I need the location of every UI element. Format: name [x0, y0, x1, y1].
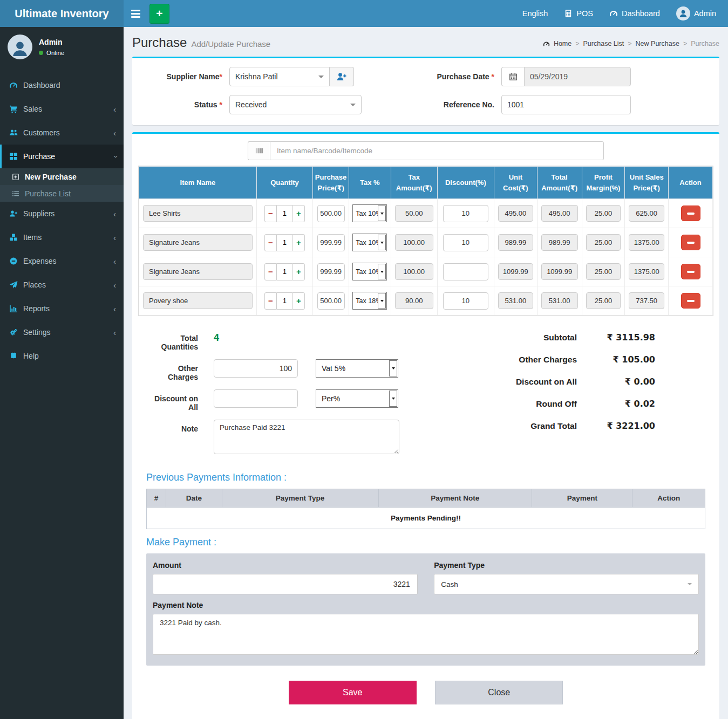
- sidebar-item-new-purchase[interactable]: New Purchase: [0, 168, 124, 185]
- reference-input[interactable]: [501, 95, 631, 114]
- items-table-header: Item Name Quantity Purchase Price(₹) Tax…: [139, 167, 713, 199]
- quantity-input[interactable]: [277, 205, 292, 222]
- sidebar-item-dashboard[interactable]: Dashboard: [0, 73, 124, 97]
- save-button[interactable]: Save: [289, 681, 417, 704]
- sidebar-item-customers[interactable]: Customers‹: [0, 121, 124, 145]
- sidebar-item-purchase[interactable]: Purchase‹: [0, 145, 124, 168]
- dashboard-link[interactable]: Dashboard: [609, 9, 660, 18]
- previous-payments-table: # Date Payment Type Payment Note Payment…: [146, 489, 705, 529]
- increase-quantity-button[interactable]: [292, 205, 305, 222]
- tax-select-value: Tax 10%: [356, 268, 378, 276]
- total-quantities-label: Total Quantities: [146, 329, 214, 351]
- plus-square-icon: [12, 173, 19, 181]
- chevron-down-icon: ‹: [111, 155, 119, 158]
- sidebar-item-expenses[interactable]: Expenses‹: [0, 249, 124, 273]
- quantity-input[interactable]: [277, 234, 292, 251]
- decrease-quantity-button[interactable]: [264, 234, 277, 251]
- decrease-quantity-button[interactable]: [264, 205, 277, 222]
- discount-input[interactable]: [443, 263, 489, 280]
- quantity-input[interactable]: [277, 292, 292, 310]
- payment-type-select[interactable]: Cash: [434, 574, 699, 594]
- tax-select[interactable]: Tax 18%: [352, 292, 387, 310]
- item-search-input[interactable]: [270, 141, 604, 160]
- tax-select[interactable]: Tax 10%: [352, 263, 387, 280]
- caret-down-icon: [318, 76, 324, 78]
- sidebar-item-label: Purchase List: [25, 189, 71, 198]
- quick-add-button[interactable]: +: [149, 4, 169, 24]
- col-unit-cost: Unit Cost(₹): [494, 167, 537, 199]
- pos-label: POS: [576, 9, 593, 18]
- discount-input[interactable]: [443, 234, 489, 251]
- increase-quantity-button[interactable]: [292, 263, 305, 280]
- amount-label: Amount: [153, 561, 418, 570]
- status-select[interactable]: Received: [229, 95, 362, 114]
- item-name-field: Signature Jeans: [143, 263, 253, 280]
- remove-item-button[interactable]: [681, 293, 700, 309]
- tax-select-value: Tax 10%: [356, 210, 378, 217]
- purchase-price-input[interactable]: [317, 205, 345, 222]
- calendar-addon[interactable]: [501, 67, 524, 86]
- close-button[interactable]: Close: [435, 681, 563, 704]
- barcode-addon: [248, 141, 270, 160]
- breadcrumb-current: Purchase: [691, 40, 719, 47]
- sidebar: Admin Online Dashboard Sales‹ Customers‹…: [0, 27, 124, 719]
- language-menu[interactable]: English: [522, 9, 548, 18]
- tax-select[interactable]: Tax 10%: [352, 234, 387, 251]
- round-off-label: Round Off: [536, 399, 577, 409]
- app-brand[interactable]: Ultimate Inventory: [0, 0, 124, 27]
- round-off-value: ₹ 0.02: [577, 399, 655, 409]
- remove-item-button[interactable]: [681, 235, 700, 250]
- increase-quantity-button[interactable]: [292, 234, 305, 251]
- add-supplier-button[interactable]: [330, 67, 354, 86]
- purchase-date-field[interactable]: 05/29/2019: [524, 67, 631, 86]
- amount-input[interactable]: [153, 574, 418, 594]
- col-payment-type: Payment Type: [222, 489, 378, 508]
- discount-input[interactable]: [443, 292, 489, 310]
- sidebar-item-help[interactable]: Help: [0, 344, 124, 368]
- chevron-left-icon: ‹: [113, 328, 116, 337]
- quantity-input[interactable]: [277, 263, 292, 280]
- increase-quantity-button[interactable]: [292, 292, 305, 310]
- chevron-left-icon: ‹: [113, 257, 116, 265]
- sidebar-toggle-button[interactable]: [124, 0, 147, 27]
- breadcrumb-new-purchase[interactable]: New Purchase: [636, 40, 679, 47]
- decrease-quantity-button[interactable]: [264, 292, 277, 310]
- other-charges-input[interactable]: [214, 359, 298, 378]
- sidebar-item-places[interactable]: Places‹: [0, 273, 124, 297]
- user-menu[interactable]: Admin: [676, 6, 716, 20]
- chevron-left-icon: ‹: [113, 281, 116, 289]
- decrease-quantity-button[interactable]: [264, 263, 277, 280]
- discount-input[interactable]: [443, 205, 489, 222]
- profit-margin-field: 25.00: [586, 292, 621, 309]
- tax-select[interactable]: Tax 10%: [352, 204, 387, 222]
- breadcrumb-home[interactable]: Home: [554, 40, 571, 47]
- sidebar-item-label: Help: [23, 352, 39, 360]
- col-item-name: Item Name: [139, 167, 257, 199]
- other-charges-type-select[interactable]: Vat 5%: [316, 359, 398, 378]
- sidebar-item-suppliers[interactable]: Suppliers‹: [0, 202, 124, 225]
- remove-item-button[interactable]: [681, 264, 700, 279]
- purchase-price-input[interactable]: [317, 263, 345, 280]
- sidebar-item-settings[interactable]: Settings‹: [0, 320, 124, 344]
- payment-note-textarea[interactable]: 3221 Paid by cash.: [153, 614, 699, 655]
- sidebar-item-sales[interactable]: Sales‹: [0, 97, 124, 121]
- breadcrumb-purchase-list[interactable]: Purchase List: [583, 40, 624, 47]
- remove-item-button[interactable]: [681, 206, 700, 221]
- chevron-left-icon: ‹: [113, 234, 116, 242]
- discount-on-all-input[interactable]: [214, 389, 298, 408]
- minus-icon: [687, 300, 695, 302]
- discount-type-value: Per%: [322, 394, 340, 403]
- sidebar-item-items[interactable]: Items‹: [0, 225, 124, 249]
- pos-link[interactable]: POS: [564, 9, 593, 18]
- purchase-price-input[interactable]: [317, 234, 345, 251]
- sidebar-item-reports[interactable]: Reports‹: [0, 297, 124, 320]
- note-textarea[interactable]: Purchase Paid 3221: [214, 420, 399, 454]
- supplier-select[interactable]: Krishna Patil: [229, 67, 330, 86]
- payment-note-label: Payment Note: [153, 601, 699, 610]
- profit-margin-field: 25.00: [586, 263, 621, 280]
- other-charges-total-label: Other Charges: [519, 355, 577, 365]
- sidebar-item-purchase-list[interactable]: Purchase List: [0, 185, 124, 202]
- purchase-price-input[interactable]: [317, 292, 345, 310]
- discount-type-select[interactable]: Per%: [316, 389, 398, 408]
- other-charges-type-value: Vat 5%: [322, 364, 345, 373]
